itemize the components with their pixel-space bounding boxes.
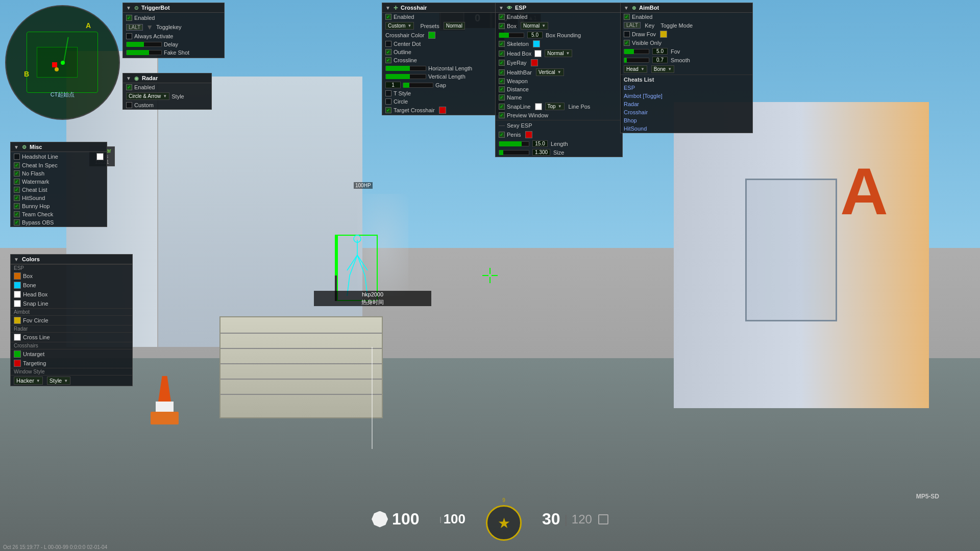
esp-collapse[interactable]: ▼	[499, 5, 504, 10]
aimbot-lalt-key[interactable]: LALT	[624, 22, 641, 29]
aimbot-visibleonly-cb[interactable]	[624, 40, 630, 46]
colors-snapline-swatch[interactable]	[14, 300, 21, 307]
cheat-aimbot-link[interactable]: Aimbot [Toggle]	[624, 93, 663, 99]
misc-noflash-cb[interactable]	[14, 170, 20, 177]
esp-penis-cb[interactable]	[499, 132, 505, 138]
esp-title: ESP	[515, 5, 526, 11]
aimbot-collapse[interactable]: ▼	[624, 5, 629, 10]
esp-weapon-cb[interactable]	[499, 78, 505, 84]
misc-hitsound-cb[interactable]	[14, 195, 20, 201]
crosshair-enabled-cb[interactable]	[385, 14, 391, 20]
radar-style-dropdown[interactable]: Circle & Arrow ▼	[126, 92, 169, 100]
cheat-radar-link[interactable]: Radar	[624, 101, 639, 107]
colors-untarget-swatch[interactable]	[14, 350, 21, 358]
misc-collapse[interactable]: ▼	[14, 144, 19, 149]
crosshair-targetcrosshair-color[interactable]	[439, 107, 446, 114]
cheat-esp-link[interactable]: ESP	[624, 85, 635, 91]
esp-skeleton-cb[interactable]	[499, 41, 505, 47]
esp-size-track[interactable]	[499, 150, 529, 155]
esp-headbox-color[interactable]	[534, 50, 542, 57]
esp-headbox-mode-dropdown[interactable]: Normal ▼	[545, 49, 572, 57]
aimbot-fov-val: 5.0	[652, 48, 668, 55]
aimbot-head-dropdown[interactable]: Head ▼	[624, 65, 647, 73]
colors-fovcircle-swatch[interactable]	[14, 317, 21, 324]
triggerbot-content: Enabled LALT ▼ Togglekey Always Activate…	[123, 13, 224, 58]
misc-watermark-cb[interactable]	[14, 179, 20, 185]
crosshair-targetcrosshair-cb[interactable]	[385, 107, 391, 113]
triggerbot-enabled-cb[interactable]	[126, 15, 132, 21]
crosshair-collapse[interactable]: ▼	[385, 5, 390, 10]
misc-watermark-label: Watermark	[22, 179, 49, 185]
colors-box-swatch[interactable]	[14, 272, 21, 280]
esp-snapline-pos-dropdown[interactable]: Top ▼	[545, 103, 565, 110]
esp-eyeray-cb[interactable]	[499, 60, 505, 66]
cheat-bhop-link[interactable]: Bhop	[624, 117, 637, 123]
triggerbot-always-cb[interactable]	[126, 33, 132, 39]
aimbot-smooth-track[interactable]	[624, 58, 649, 63]
colors-bone-swatch[interactable]	[14, 282, 21, 289]
colors-collapse[interactable]: ▼	[14, 257, 19, 262]
aimbot-bone-dropdown[interactable]: Bone ▼	[651, 65, 674, 73]
misc-cheatspec-cb[interactable]	[14, 162, 20, 168]
radar-ct-label: CT起始点	[51, 91, 75, 98]
triggerbot-collapse[interactable]: ▼	[126, 5, 131, 10]
crosshair-outline-cb[interactable]	[385, 49, 391, 55]
esp-box-cb[interactable]	[499, 23, 505, 29]
colors-crossline-swatch[interactable]	[14, 334, 21, 341]
radar-settings-collapse[interactable]: ▼	[126, 76, 131, 81]
misc-headshot-cb[interactable]	[14, 154, 20, 160]
triggerbot-lalt-key[interactable]: LALT	[126, 24, 143, 31]
esp-enabled-cb[interactable]	[499, 14, 505, 20]
colors-targeting-swatch[interactable]	[14, 360, 21, 367]
crosshair-circle-cb[interactable]	[385, 98, 391, 105]
esp-headbox-cb[interactable]	[499, 51, 505, 57]
crosshair-color-swatch[interactable]	[428, 32, 435, 39]
aimbot-enabled-cb[interactable]	[624, 14, 630, 20]
cheat-hitsound-link[interactable]: HitSound	[624, 126, 647, 132]
esp-healthbar-cb[interactable]	[499, 69, 505, 76]
radar-settings-custom-cb[interactable]	[126, 102, 132, 108]
misc-teamcheck-cb[interactable]	[14, 211, 20, 217]
esp-skeleton-color[interactable]	[533, 40, 540, 47]
esp-length-track[interactable]	[499, 141, 529, 146]
misc-headshot-color[interactable]	[96, 153, 104, 160]
crosshair-gap-track[interactable]	[403, 83, 433, 88]
esp-distance-cb[interactable]	[499, 86, 505, 92]
misc-bunnyhop-cb[interactable]	[14, 203, 20, 209]
triggerbot-delay-track[interactable]	[126, 42, 162, 47]
esp-penis-color[interactable]	[525, 131, 532, 138]
esp-snapline-color[interactable]	[535, 103, 542, 110]
triggerbot-fakeshoot-track[interactable]	[126, 50, 162, 55]
aimbot-drawfov-color[interactable]	[660, 31, 667, 38]
esp-previewwindow-cb[interactable]	[499, 112, 505, 118]
esp-box-mode-dropdown[interactable]: Normal ▼	[521, 22, 548, 30]
crosshair-vlength-track[interactable]	[385, 74, 426, 79]
crosshair-centerdot-cb[interactable]	[385, 41, 391, 47]
aimbot-drawfov-cb[interactable]	[624, 31, 630, 37]
a-sign: A	[840, 153, 888, 230]
esp-boxrounding-track[interactable]	[499, 33, 524, 38]
crosshair-hlength-row: Horizontal Length	[382, 64, 504, 72]
colors-style-dropdown[interactable]: Style ▼	[47, 377, 70, 385]
crosshair-custom-dropdown[interactable]: Custom ▼	[385, 22, 414, 30]
crosshair-color-row: Crosshair Color	[382, 31, 504, 40]
crosshair-crossline-cb[interactable]	[385, 57, 391, 63]
crosshair-hlength-track[interactable]	[385, 66, 426, 71]
esp-healthbar-mode-dropdown[interactable]: Vertical ▼	[536, 68, 564, 76]
misc-cheatlist-cb[interactable]	[14, 187, 20, 193]
radar-settings-style-label: Style	[172, 93, 184, 99]
crosshair-normal-dropdown[interactable]: Normal	[444, 22, 465, 30]
esp-snapline-cb[interactable]	[499, 104, 505, 110]
aimbot-fov-track[interactable]	[624, 49, 649, 54]
crosshair-tstyle-cb[interactable]	[385, 90, 391, 96]
misc-bypassobs-cb[interactable]	[14, 219, 20, 226]
radar-settings-enabled-cb[interactable]	[126, 84, 132, 90]
aimbot-smooth-label: Smooth	[671, 57, 690, 63]
misc-panel: ▼ ⚙ Misc Headshot Line Cheat In Spec No …	[10, 142, 107, 227]
colors-hacker-dropdown[interactable]: Hacker ▼	[14, 377, 43, 385]
crosshair-centerdot-label: Center Dot	[394, 41, 421, 47]
esp-name-cb[interactable]	[499, 94, 505, 101]
esp-eyeray-color[interactable]	[531, 59, 538, 66]
cheat-crosshair-link[interactable]: Crosshair	[624, 109, 648, 115]
colors-headbox-swatch[interactable]	[14, 291, 21, 298]
